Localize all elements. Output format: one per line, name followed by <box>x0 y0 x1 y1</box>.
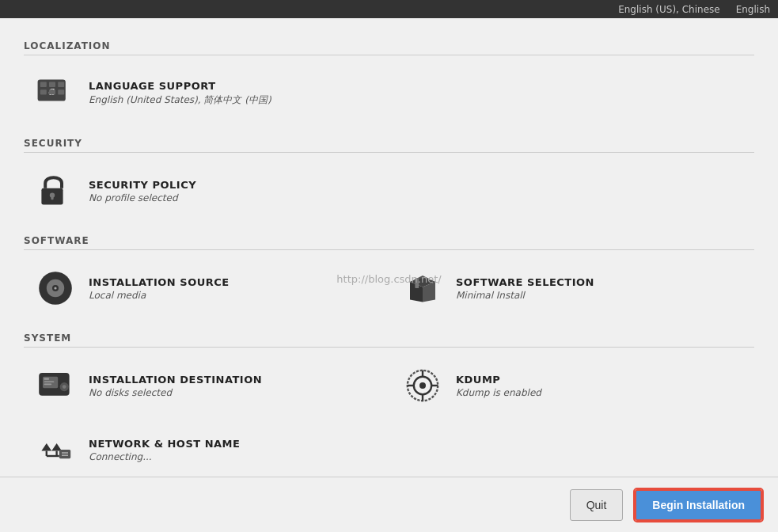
svg-rect-10 <box>51 196 53 200</box>
item-installation-source[interactable]: INSTALLATION SOURCELocal media <box>24 258 387 318</box>
keyboard-label: English (US), Chinese <box>618 4 719 15</box>
item-subtitle-language-support: English (United States), 简体中文 (中国) <box>89 93 271 107</box>
bottom-bar: Quit Begin Installation <box>0 477 778 532</box>
quit-button[interactable]: Quit <box>570 489 624 521</box>
svg-rect-4 <box>58 82 64 87</box>
section-grid-localization: a LANGUAGE SUPPORTEnglish (United States… <box>24 63 754 124</box>
item-title-security-policy: SECURITY POLICY <box>89 179 196 191</box>
svg-rect-5 <box>40 89 47 94</box>
top-bar: English (US), Chinese English <box>0 0 778 18</box>
section-localization: LOCALIZATION a LANGUAGE SUPPORTEnglish (… <box>24 40 754 124</box>
item-title-kdump: KDUMP <box>456 374 541 386</box>
section-header-system: SYSTEM <box>24 332 754 348</box>
disc-icon <box>32 264 79 312</box>
item-text-software-selection: SOFTWARE SELECTIONMinimal Install <box>456 276 594 301</box>
svg-point-29 <box>419 382 426 389</box>
section-grid-system: INSTALLATION DESTINATIONNo disks selecte… <box>24 355 754 480</box>
svg-rect-7 <box>58 89 64 94</box>
item-text-kdump: KDUMPKdump is enabled <box>456 374 541 398</box>
svg-point-14 <box>54 287 56 289</box>
network-icon <box>32 426 79 473</box>
item-subtitle-installation-source: Local media <box>89 290 230 301</box>
language-icon: a <box>32 70 79 117</box>
lock-icon <box>32 167 79 215</box>
item-title-network-hostname: NETWORK & HOST NAME <box>89 438 240 450</box>
section-header-security: SECURITY <box>24 138 754 153</box>
section-software: SOFTWARE INSTALLATION SOURCELocal media … <box>24 235 754 318</box>
item-software-selection[interactable]: SOFTWARE SELECTIONMinimal Install <box>391 258 754 318</box>
item-subtitle-software-selection: Minimal Install <box>456 290 594 301</box>
item-subtitle-installation-destination: No disks selected <box>89 387 262 398</box>
svg-marker-34 <box>41 443 51 451</box>
item-text-installation-destination: INSTALLATION DESTINATIONNo disks selecte… <box>89 374 262 398</box>
package-icon <box>399 264 446 312</box>
svg-rect-19 <box>415 278 419 288</box>
item-title-software-selection: SOFTWARE SELECTION <box>456 276 594 288</box>
top-bar-right: English (US), Chinese English <box>618 4 770 15</box>
svg-rect-25 <box>44 381 55 382</box>
section-grid-security: SECURITY POLICYNo profile selected <box>24 161 754 221</box>
section-security: SECURITY SECURITY POLICYNo profile selec… <box>24 138 754 221</box>
item-subtitle-network-hostname: Connecting... <box>89 451 240 462</box>
svg-rect-6 <box>49 89 55 94</box>
svg-rect-2 <box>40 82 47 87</box>
section-grid-software: INSTALLATION SOURCELocal media SOFTWARE … <box>24 258 754 318</box>
section-system: SYSTEM INSTALLATION DESTINATIONNo disks … <box>24 332 754 480</box>
section-header-localization: LOCALIZATION <box>24 40 754 55</box>
item-language-support[interactable]: a LANGUAGE SUPPORTEnglish (United States… <box>24 63 387 124</box>
item-subtitle-kdump: Kdump is enabled <box>456 387 541 398</box>
item-security-policy[interactable]: SECURITY POLICYNo profile selected <box>24 161 387 221</box>
kdump-icon <box>399 362 446 409</box>
item-installation-destination[interactable]: INSTALLATION DESTINATIONNo disks selecte… <box>24 355 387 416</box>
item-kdump[interactable]: KDUMPKdump is enabled <box>391 355 754 416</box>
begin-installation-button[interactable]: Begin Installation <box>635 489 762 521</box>
svg-rect-26 <box>44 384 52 386</box>
item-text-installation-source: INSTALLATION SOURCELocal media <box>89 276 230 301</box>
language-label: English <box>736 4 770 15</box>
item-text-security-policy: SECURITY POLICYNo profile selected <box>89 179 196 203</box>
item-title-language-support: LANGUAGE SUPPORT <box>89 80 271 92</box>
main-content: LOCALIZATION a LANGUAGE SUPPORTEnglish (… <box>0 18 778 532</box>
item-network-hostname[interactable]: NETWORK & HOST NAMEConnecting... <box>24 420 387 480</box>
svg-rect-39 <box>59 450 70 458</box>
svg-point-23 <box>63 385 66 389</box>
item-text-network-hostname: NETWORK & HOST NAMEConnecting... <box>89 438 240 462</box>
section-header-software: SOFTWARE <box>24 235 754 250</box>
svg-rect-24 <box>44 378 49 379</box>
item-title-installation-source: INSTALLATION SOURCE <box>89 276 230 288</box>
disk-icon <box>32 362 79 409</box>
item-title-installation-destination: INSTALLATION DESTINATION <box>89 374 262 386</box>
item-text-language-support: LANGUAGE SUPPORTEnglish (United States),… <box>89 80 271 107</box>
item-subtitle-security-policy: No profile selected <box>89 192 196 203</box>
svg-rect-3 <box>49 82 55 87</box>
